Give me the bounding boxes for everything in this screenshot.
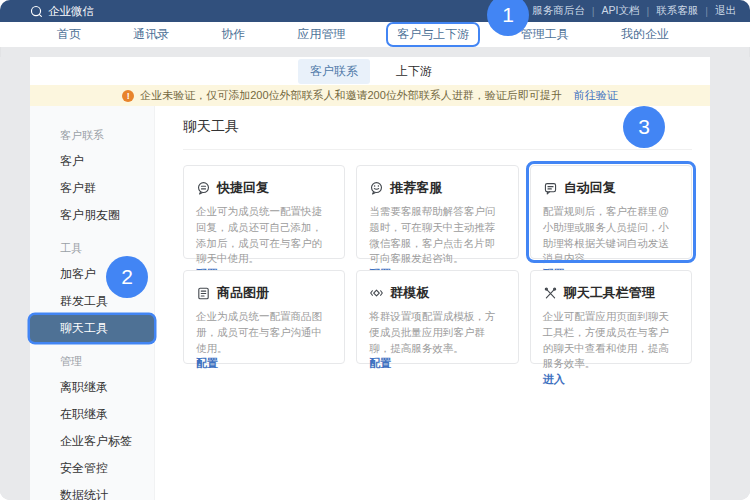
sidebar-section-header-1: 工具 bbox=[30, 229, 154, 261]
sidebar: 客户联系客户客户群客户朋友圈工具加客户群发工具聊天工具管理离职继承在职继承企业客… bbox=[30, 106, 155, 500]
sidebar-item-data-statistics[interactable]: 数据统计 bbox=[30, 482, 154, 500]
chat-toolbar-icon bbox=[543, 286, 558, 301]
page-title: 聊天工具 bbox=[183, 118, 692, 150]
sidebar-section-header-2: 管理 bbox=[30, 342, 154, 374]
topbar-link-service-provider-console[interactable]: 服务商后台 bbox=[532, 4, 585, 18]
nav-item-contacts[interactable]: 通讯录 bbox=[124, 24, 178, 45]
app-window: 企业微信 服务商后台|API文档|联系客服|退出 首页通讯录协作应用管理客户与上… bbox=[0, 0, 750, 500]
card-title-row: 群模板 bbox=[369, 284, 505, 302]
sidebar-item-customer-moments[interactable]: 客户朋友圈 bbox=[30, 202, 154, 229]
nav-item-collaboration[interactable]: 协作 bbox=[212, 24, 254, 45]
card-title: 自动回复 bbox=[564, 179, 616, 197]
card-action-product-album[interactable]: 配置 bbox=[196, 356, 218, 371]
card-description: 将群设置项配置成模板，方便成员批量应用到客户群聊，提高服务效率。 bbox=[369, 309, 505, 356]
nav-item-customer-updown[interactable]: 客户与上下游 bbox=[386, 22, 480, 47]
annotation-badge-2: 2 bbox=[106, 256, 148, 298]
card-description: 配置规则后，客户在群里@小助理或服务人员提问，小助理将根据关键词自动发送消息内容… bbox=[543, 204, 679, 267]
warning-icon: ! bbox=[122, 90, 134, 102]
card-auto-reply: 自动回复配置规则后，客户在群里@小助理或服务人员提问，小助理将根据关键词自动发送… bbox=[530, 165, 692, 259]
sidebar-item-enterprise-customer-tag[interactable]: 企业客户标签 bbox=[30, 428, 154, 455]
nav-item-my-enterprise[interactable]: 我的企业 bbox=[612, 24, 678, 45]
card-title: 聊天工具栏管理 bbox=[564, 284, 655, 302]
tab-upstream-downstream[interactable]: 上下游 bbox=[386, 59, 442, 84]
verification-banner: ! 企业未验证，仅可添加200位外部联系人和邀请200位外部联系人进群，验证后即… bbox=[30, 85, 710, 106]
banner-text: 企业未验证，仅可添加200位外部联系人和邀请200位外部联系人进群，验证后即可提… bbox=[140, 88, 562, 103]
body-row: 客户联系客户客户群客户朋友圈工具加客户群发工具聊天工具管理离职继承在职继承企业客… bbox=[30, 106, 710, 500]
topbar-links: 服务商后台|API文档|联系客服|退出 bbox=[532, 4, 736, 18]
tool-cards-grid: 快捷回复企业可为成员统一配置快捷回复，成员还可自己添加，添加后，成员可在与客户的… bbox=[183, 165, 692, 364]
topbar-link-separator: | bbox=[705, 5, 708, 17]
app-title: 企业微信 bbox=[48, 4, 94, 19]
card-title: 群模板 bbox=[390, 284, 429, 302]
card-title: 快捷回复 bbox=[217, 179, 269, 197]
quick-reply-icon bbox=[196, 181, 211, 196]
card-title-row: 聊天工具栏管理 bbox=[543, 284, 679, 302]
card-title-row: 自动回复 bbox=[543, 179, 679, 197]
nav-item-home[interactable]: 首页 bbox=[48, 24, 90, 45]
card-description: 企业可配置应用页面到聊天工具栏，方便成员在与客户的聊天中查看和使用，提高服务效率… bbox=[543, 309, 679, 372]
tab-strip: 客户联系上下游 bbox=[30, 57, 710, 85]
card-description: 企业为成员统一配置商品图册，成员可在与客户沟通中使用。 bbox=[196, 309, 332, 356]
sidebar-item-customer-group[interactable]: 客户群 bbox=[30, 175, 154, 202]
recommend-service-icon bbox=[369, 181, 384, 196]
wecom-logo-icon bbox=[30, 5, 43, 18]
tab-customer-contact[interactable]: 客户联系 bbox=[298, 59, 370, 84]
card-action-chat-toolbar-management[interactable]: 进入 bbox=[543, 372, 565, 387]
sidebar-item-chat-tools[interactable]: 聊天工具 bbox=[30, 315, 154, 342]
sidebar-section-header-0: 客户联系 bbox=[30, 116, 154, 148]
card-title-row: 快捷回复 bbox=[196, 179, 332, 197]
topbar-link-separator: | bbox=[592, 5, 595, 17]
top-bar: 企业微信 服务商后台|API文档|联系客服|退出 bbox=[0, 0, 750, 22]
topbar-link-separator: | bbox=[647, 5, 650, 17]
main-nav: 首页通讯录协作应用管理客户与上下游管理工具我的企业 bbox=[0, 22, 750, 47]
topbar-link-api-docs[interactable]: API文档 bbox=[602, 4, 640, 18]
topbar-link-contact-support[interactable]: 联系客服 bbox=[656, 4, 698, 18]
main-content: 聊天工具 快捷回复企业可为成员统一配置快捷回复，成员还可自己添加，添加后，成员可… bbox=[155, 106, 710, 500]
sidebar-item-customer[interactable]: 客户 bbox=[30, 148, 154, 175]
auto-reply-icon bbox=[543, 181, 558, 196]
sidebar-item-security-control[interactable]: 安全管控 bbox=[30, 455, 154, 482]
annotation-badge-3: 3 bbox=[623, 106, 665, 148]
product-album-icon bbox=[196, 286, 211, 301]
group-template-icon bbox=[369, 286, 384, 301]
card-product-album: 商品图册企业为成员统一配置商品图册，成员可在与客户沟通中使用。配置 bbox=[183, 270, 345, 364]
card-description: 当需要客服帮助解答客户问题时，可在聊天中主动推荐微信客服，客户点击名片即可向客服… bbox=[369, 204, 505, 267]
sidebar-item-resigned-inheritance[interactable]: 离职继承 bbox=[30, 374, 154, 401]
card-action-group-template[interactable]: 配置 bbox=[369, 356, 391, 371]
sidebar-item-active-inheritance[interactable]: 在职继承 bbox=[30, 401, 154, 428]
app-logo: 企业微信 bbox=[30, 4, 94, 19]
card-group-template: 群模板将群设置项配置成模板，方便成员批量应用到客户群聊，提高服务效率。配置 bbox=[356, 270, 518, 364]
card-quick-reply: 快捷回复企业可为成员统一配置快捷回复，成员还可自己添加，添加后，成员可在与客户的… bbox=[183, 165, 345, 259]
card-title-row: 商品图册 bbox=[196, 284, 332, 302]
card-title: 推荐客服 bbox=[390, 179, 442, 197]
card-title: 商品图册 bbox=[217, 284, 269, 302]
card-recommend-service: 推荐客服当需要客服帮助解答客户问题时，可在聊天中主动推荐微信客服，客户点击名片即… bbox=[356, 165, 518, 259]
topbar-link-logout[interactable]: 退出 bbox=[715, 4, 736, 18]
card-title-row: 推荐客服 bbox=[369, 179, 505, 197]
card-description: 企业可为成员统一配置快捷回复，成员还可自己添加，添加后，成员可在与客户的聊天中使… bbox=[196, 204, 332, 267]
card-chat-toolbar-management: 聊天工具栏管理企业可配置应用页面到聊天工具栏，方便成员在与客户的聊天中查看和使用… bbox=[530, 270, 692, 364]
go-verify-link[interactable]: 前往验证 bbox=[574, 88, 618, 103]
nav-item-app-management[interactable]: 应用管理 bbox=[288, 24, 354, 45]
